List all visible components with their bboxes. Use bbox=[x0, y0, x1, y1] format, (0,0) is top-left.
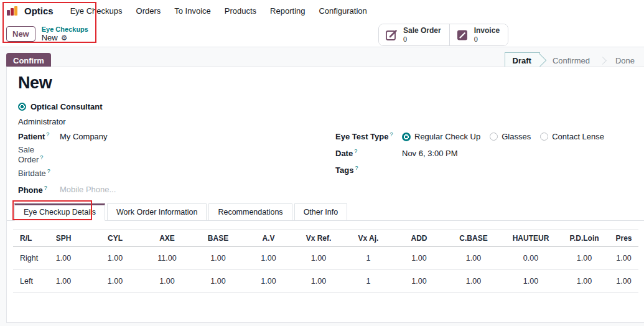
cell-sph[interactable]: 1.00 bbox=[38, 247, 89, 270]
field-row-sale-order: Sale Order? bbox=[18, 145, 317, 164]
cell-sph[interactable]: 1.00 bbox=[38, 270, 89, 293]
cell-base[interactable]: 1.00 bbox=[193, 247, 243, 270]
nav-item-to-invoice[interactable]: To Invoice bbox=[167, 6, 218, 16]
checkup-table: R/L SPH CYL AXE BASE A.V Vx Ref. Vx Aj. … bbox=[13, 230, 638, 293]
help-tooltip-marker: ? bbox=[40, 154, 43, 161]
radio-glasses[interactable]: Glasses bbox=[490, 132, 531, 141]
tab-eye-checkup-details[interactable]: Eye Checkup Details bbox=[14, 203, 105, 221]
eye-test-type-label: Eye Test Type bbox=[335, 133, 389, 142]
sale-order-smart-button[interactable]: Sale Order 0 bbox=[379, 24, 449, 45]
cell-hauteur[interactable]: 1.00 bbox=[502, 270, 559, 293]
cell-vx-aj[interactable]: 1 bbox=[343, 247, 393, 270]
birtdate-label: Birtdate bbox=[18, 169, 46, 178]
cell-vx-aj[interactable]: 1 bbox=[343, 270, 393, 293]
field-column-left: Patient? My Company Sale Order? Birtdate… bbox=[18, 128, 317, 198]
cell-axe[interactable]: 11.00 bbox=[141, 247, 193, 270]
tags-label: Tags bbox=[335, 166, 353, 175]
field-row-date: Date? Nov 6, 3:00 PM bbox=[335, 145, 643, 162]
table-row-left[interactable]: Left 1.00 1.00 1.00 1.00 1.00 1.00 1 1.0… bbox=[13, 270, 638, 293]
help-tooltip-marker: ? bbox=[47, 168, 50, 174]
field-row-patient: Patient? My Company bbox=[18, 128, 317, 145]
sale-order-field-label: Sale Order bbox=[18, 145, 39, 164]
cell-cyl[interactable]: 1.00 bbox=[89, 247, 141, 270]
cell-pdloin[interactable]: 1.00 bbox=[559, 247, 609, 270]
patient-field[interactable]: My Company bbox=[60, 132, 108, 141]
cell-add[interactable]: 1.00 bbox=[393, 270, 445, 293]
radio-selected-icon bbox=[402, 133, 411, 141]
col-header-vx-aj: Vx Aj. bbox=[343, 230, 393, 247]
edit-square-outline-icon bbox=[385, 29, 398, 42]
help-tooltip-marker: ? bbox=[390, 131, 393, 137]
tab-work-order-information[interactable]: Work Order Information bbox=[107, 203, 207, 221]
cell-cbase[interactable]: 1.00 bbox=[445, 270, 502, 293]
cell-pdloin[interactable]: 1.00 bbox=[559, 270, 609, 293]
cell-rl[interactable]: Right bbox=[13, 247, 38, 270]
invoice-smart-button[interactable]: Invoice 0 bbox=[449, 24, 508, 45]
notebook-tabs: Eye Checkup Details Work Order Informati… bbox=[7, 202, 644, 221]
record-title[interactable]: New bbox=[18, 73, 52, 93]
consultant-label: Optical Consultant bbox=[30, 102, 103, 111]
cell-av[interactable]: 1.00 bbox=[243, 270, 294, 293]
tab-other-info[interactable]: Other Info bbox=[294, 203, 348, 221]
nav-item-products[interactable]: Products bbox=[218, 6, 263, 16]
invoice-label: Invoice bbox=[474, 27, 500, 35]
field-row-eye-test-type: Eye Test Type? Regular Check Up Glasses … bbox=[335, 128, 643, 145]
table-header-row: R/L SPH CYL AXE BASE A.V Vx Ref. Vx Aj. … bbox=[13, 230, 638, 247]
cell-rl[interactable]: Left bbox=[13, 270, 38, 293]
nav-item-orders[interactable]: Orders bbox=[129, 6, 168, 16]
nav-item-eye-checkups[interactable]: Eye Checkups bbox=[63, 6, 129, 16]
cell-pres[interactable]: 1.00 bbox=[609, 247, 638, 270]
tab-recommendations[interactable]: Recommendations bbox=[208, 203, 292, 221]
cell-hauteur[interactable]: 0.00 bbox=[502, 247, 559, 270]
date-field[interactable]: Nov 6, 3:00 PM bbox=[402, 149, 458, 158]
consultant-row: Optical Consultant bbox=[18, 102, 103, 111]
table-row-right[interactable]: Right 1.00 1.00 11.00 1.00 1.00 1.00 1 1… bbox=[13, 247, 638, 270]
help-tooltip-marker: ? bbox=[355, 165, 358, 171]
help-tooltip-marker: ? bbox=[44, 185, 47, 191]
cell-base[interactable]: 1.00 bbox=[193, 270, 243, 293]
breadcrumb-parent-link[interactable]: Eye Checkups bbox=[42, 26, 88, 33]
col-header-hauteur: HAUTEUR bbox=[502, 230, 559, 247]
form-sheet: New Optical Consultant Administrator Pat… bbox=[6, 67, 644, 323]
col-header-rl: R/L bbox=[13, 230, 38, 247]
cell-vx-ref[interactable]: 1.00 bbox=[294, 247, 343, 270]
col-header-av: A.V bbox=[243, 230, 294, 247]
radio-regular-check-up[interactable]: Regular Check Up bbox=[402, 132, 480, 141]
app-name[interactable]: Optics bbox=[24, 6, 54, 16]
eye-test-type-radio-group: Regular Check Up Glasses Contact Lense bbox=[402, 132, 604, 141]
edit-square-solid-icon bbox=[456, 29, 469, 42]
cell-vx-ref[interactable]: 1.00 bbox=[294, 270, 343, 293]
cell-add[interactable]: 1.00 bbox=[393, 247, 445, 270]
phone-label: Phone bbox=[18, 185, 43, 195]
header-divider bbox=[0, 47, 644, 47]
bar-chart-app-icon[interactable] bbox=[7, 6, 19, 16]
radio-unselected-icon bbox=[540, 133, 548, 141]
radio-contact-lense[interactable]: Contact Lense bbox=[540, 132, 604, 141]
control-panel: New Eye Checkups New ⚙ bbox=[6, 26, 88, 42]
field-row-phone: Phone? Mobile Phone... bbox=[18, 181, 317, 198]
top-navbar: Optics Eye Checkups Orders To Invoice Pr… bbox=[0, 0, 374, 21]
nav-item-configuration[interactable]: Configuration bbox=[312, 6, 373, 16]
phone-input[interactable]: Mobile Phone... bbox=[60, 185, 116, 194]
gear-icon[interactable]: ⚙ bbox=[61, 34, 68, 42]
field-row-tags: Tags? bbox=[335, 162, 643, 179]
bullseye-dot-icon bbox=[18, 103, 26, 111]
date-label: Date bbox=[335, 149, 353, 159]
cell-cyl[interactable]: 1.00 bbox=[89, 270, 141, 293]
col-header-axe: AXE bbox=[141, 230, 193, 247]
nav-item-reporting[interactable]: Reporting bbox=[263, 6, 312, 16]
col-header-sph: SPH bbox=[38, 230, 89, 247]
cell-av[interactable]: 1.00 bbox=[243, 247, 294, 270]
col-header-base: BASE bbox=[193, 230, 243, 247]
cell-axe[interactable]: 1.00 bbox=[141, 270, 193, 293]
cell-cbase[interactable]: 1.00 bbox=[445, 247, 502, 270]
sale-order-count: 0 bbox=[403, 35, 441, 44]
consultant-value[interactable]: Administrator bbox=[18, 117, 66, 126]
help-tooltip-marker: ? bbox=[354, 148, 357, 154]
breadcrumb-current: New bbox=[42, 34, 58, 42]
cell-pres[interactable]: 1.00 bbox=[609, 270, 638, 293]
sale-order-label: Sale Order bbox=[403, 27, 441, 35]
new-record-button[interactable]: New bbox=[6, 26, 35, 42]
col-header-vx-ref: Vx Ref. bbox=[294, 230, 343, 247]
col-header-add: ADD bbox=[393, 230, 445, 247]
